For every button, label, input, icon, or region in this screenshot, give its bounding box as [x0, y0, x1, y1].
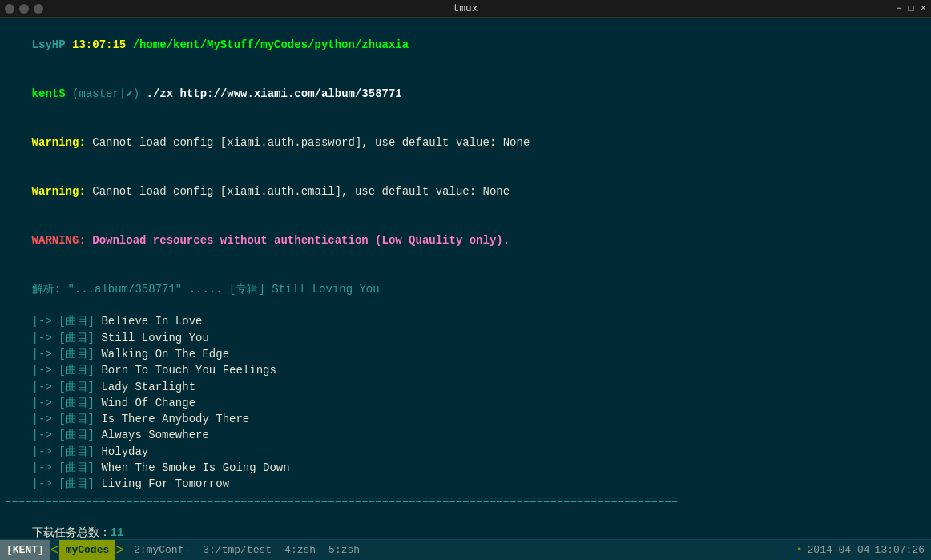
track-name: Walking On The Edge [101, 348, 229, 361]
separator-line: ========================================… [5, 493, 926, 509]
status-tab[interactable]: 2:myConf- [129, 544, 195, 556]
track-bracket: [曲目] [58, 461, 95, 474]
track-item: |-> [曲目] Lady Starlight [5, 379, 926, 395]
danger-msg: Download resources without authenticatio… [86, 234, 510, 247]
maximize-icon[interactable] [34, 4, 43, 14]
status-tab[interactable]: 4:zsh [280, 544, 320, 556]
track-item: |-> [曲目] Is There Anybody There [5, 411, 926, 427]
track-bracket: [曲目] [58, 429, 95, 441]
close-icon[interactable] [5, 4, 14, 14]
terminal-output[interactable]: LsyHP 13:07:15 /home/kent/MyStuff/myCode… [0, 18, 931, 539]
track-bracket: [曲目] [58, 364, 95, 377]
track-arrow-icon: |-> [5, 364, 52, 377]
track-name: Always Somewhere [101, 429, 208, 441]
track-item: |-> [曲目] Still Loving You [5, 330, 926, 346]
track-arrow-icon: |-> [5, 381, 52, 393]
track-bracket: [曲目] [58, 413, 95, 425]
status-kent-label: [KENT] [0, 540, 50, 560]
warn1-label: Warning: [32, 136, 86, 149]
track-name: Holyday [101, 445, 148, 458]
track-bracket: [曲目] [58, 348, 95, 361]
status-time: 13:07:26 [875, 544, 925, 556]
track-item: |-> [曲目] Always Somewhere [5, 427, 926, 443]
track-name: When The Smoke Is Going Down [101, 461, 289, 474]
status-tab[interactable]: 5:zsh [324, 544, 365, 556]
track-bracket: [曲目] [58, 445, 95, 458]
track-bracket: [曲目] [58, 332, 95, 344]
track-arrow-icon: |-> [5, 429, 52, 441]
status-mycodes-label: myCodes [59, 540, 116, 560]
timestamp: 13:07:15 [66, 38, 133, 51]
command-url: http://www.xiami.com/album/358771 [180, 87, 402, 100]
track-bracket: [曲目] [58, 315, 95, 328]
minimize-text-icon[interactable]: − [896, 3, 901, 14]
track-name: Lady Starlight [101, 381, 195, 393]
username-label: LsyHP [32, 38, 66, 51]
track-name: Living For Tomorrow [101, 477, 229, 490]
track-arrow-icon: |-> [5, 397, 52, 409]
maximize-text-icon[interactable]: □ [909, 3, 914, 14]
track-item: |-> [曲目] Believe In Love [5, 313, 926, 329]
danger-label: WARNING: [32, 234, 86, 247]
titlebar-controls [0, 4, 48, 14]
warn1-msg: Cannot load config [xiami.auth.password]… [86, 136, 530, 149]
parse-info: 解析: "...album/358771" ..... [专辑] Still L… [32, 283, 380, 296]
titlebar: tmux − □ × [0, 0, 931, 18]
download-label: 下载任务总数： [32, 526, 111, 539]
parse-line: 解析: "...album/358771" ..... [专辑] Still L… [5, 264, 926, 313]
track-arrow-icon: |-> [5, 461, 52, 474]
prompt-line-1: LsyHP 13:07:15 /home/kent/MyStuff/myCode… [5, 21, 926, 70]
warning-line-1: Warning: Cannot load config [xiami.auth.… [5, 119, 926, 167]
track-item: |-> [曲目] Born To Touch You Feelings [5, 362, 926, 378]
prompt-user2: kent$ [32, 87, 66, 100]
track-arrow-icon: |-> [5, 445, 52, 458]
track-name: Believe In Love [101, 315, 202, 328]
track-name: Wind Of Change [101, 397, 195, 409]
track-bracket: [曲目] [58, 477, 95, 490]
track-arrow-icon: |-> [5, 348, 52, 361]
minimize-icon[interactable] [19, 4, 29, 14]
warn2-msg: Cannot load config [xiami.auth.email], u… [86, 185, 510, 198]
status-date: 2014-04-04 [808, 544, 870, 556]
download-count-line: 下载任务总数：11 [5, 509, 926, 539]
track-item: |-> [曲目] Wind Of Change [5, 395, 926, 411]
track-name: Born To Touch You Feelings [101, 364, 276, 377]
warn2-label: Warning: [32, 185, 86, 198]
status-gt-icon: > [115, 542, 124, 558]
track-item: |-> [曲目] When The Smoke Is Going Down [5, 460, 926, 476]
branch-indicator: (master|✔) [72, 87, 139, 100]
track-arrow-icon: |-> [5, 332, 52, 344]
status-tab[interactable]: 3:/tmp/test [198, 544, 276, 556]
track-name: Still Loving You [101, 332, 208, 344]
track-item: |-> [曲目] Holyday [5, 444, 926, 460]
window-title: tmux [48, 2, 883, 14]
track-list: |-> [曲目] Believe In Love |-> [曲目] Still … [5, 313, 926, 492]
track-item: |-> [曲目] Living For Tomorrow [5, 476, 926, 492]
track-arrow-icon: |-> [5, 315, 52, 328]
track-bracket: [曲目] [58, 397, 95, 409]
warning-line-2: Warning: Cannot load config [xiami.auth.… [5, 167, 926, 216]
close-text-icon[interactable]: × [921, 3, 926, 14]
statusbar: [KENT] < myCodes > 2:myConf- 3:/tmp/test… [0, 539, 931, 560]
track-arrow-icon: |-> [5, 413, 52, 425]
track-name: Is There Anybody There [101, 413, 249, 425]
cwd-path: /home/kent/MyStuff/myCodes/python/zhuaxi… [133, 38, 409, 51]
track-arrow-icon: |-> [5, 477, 52, 490]
track-bracket: [曲目] [58, 381, 95, 393]
status-dot-icon: • [796, 544, 803, 556]
command-script: ./zx [146, 87, 173, 100]
titlebar-right: − □ × [883, 3, 931, 14]
track-item: |-> [曲目] Walking On The Edge [5, 346, 926, 362]
prompt-line-2: kent$ (master|✔) ./zx http://www.xiami.c… [5, 70, 926, 119]
status-right: • 2014-04-04 13:07:26 [796, 544, 931, 556]
danger-line: WARNING: Download resources without auth… [5, 216, 926, 265]
status-tabs: 2:myConf- 3:/tmp/test 4:zsh 5:zsh [124, 544, 796, 556]
status-lt-icon: < [50, 542, 59, 558]
download-count: 11 [111, 526, 124, 539]
